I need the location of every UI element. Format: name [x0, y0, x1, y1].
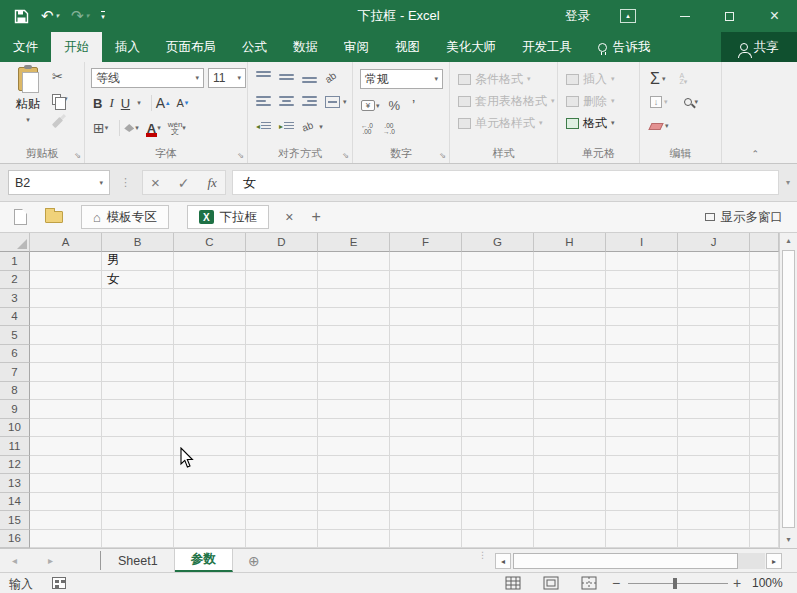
cell-H5[interactable] — [534, 326, 606, 345]
cell-E9[interactable] — [318, 400, 390, 419]
cell-F12[interactable] — [390, 456, 462, 475]
increase-font-size-button[interactable]: A▴ — [156, 95, 170, 111]
cell-F5[interactable] — [390, 326, 462, 345]
cell-I11[interactable] — [606, 437, 678, 456]
cell-G7[interactable] — [462, 363, 534, 382]
ribbon-tab-view[interactable]: 视图 — [382, 32, 433, 62]
cell-C7[interactable] — [174, 363, 246, 382]
document-tab-2[interactable]: X下拉框 — [187, 205, 270, 229]
cell-H14[interactable] — [534, 493, 606, 512]
vertical-scrollbar[interactable]: ▴ ▾ — [779, 233, 797, 548]
select-all-button[interactable] — [0, 233, 30, 252]
cell-D10[interactable] — [246, 419, 318, 438]
sheet-prev-button[interactable]: ◂ — [12, 549, 17, 572]
cell-H16[interactable] — [534, 530, 606, 549]
zoom-out-button[interactable]: − — [612, 575, 620, 591]
alignment-dialog-launcher[interactable]: ⇘ — [342, 152, 349, 160]
autosum-dropdown[interactable]: ▾ — [662, 75, 666, 83]
open-folder-icon[interactable] — [45, 211, 63, 223]
cell-E4[interactable] — [318, 308, 390, 327]
ribbon-tab-insert[interactable]: 插入 — [102, 32, 153, 62]
row-header-12[interactable]: 12 — [0, 456, 30, 475]
row-header-14[interactable]: 14 — [0, 493, 30, 512]
cell-B4[interactable] — [102, 308, 174, 327]
cell-D16[interactable] — [246, 530, 318, 549]
cell-A9[interactable] — [30, 400, 102, 419]
sheet-next-button[interactable]: ▸ — [48, 549, 53, 572]
cell-B6[interactable] — [102, 345, 174, 364]
cell-G1[interactable] — [462, 252, 534, 271]
document-tab-1[interactable]: ⌂模板专区 — [81, 205, 169, 229]
row-header-13[interactable]: 13 — [0, 474, 30, 493]
cell-F15[interactable] — [390, 511, 462, 530]
row-header-8[interactable]: 8 — [0, 382, 30, 401]
close-button[interactable]: × — [752, 0, 797, 32]
bold-button[interactable]: B — [93, 96, 102, 111]
cell-A11[interactable] — [30, 437, 102, 456]
cell-F7[interactable] — [390, 363, 462, 382]
horizontal-scroll-thumb[interactable] — [513, 553, 738, 569]
copy-button[interactable]: ▾ — [52, 91, 68, 107]
cell-G5[interactable] — [462, 326, 534, 345]
zoom-slider-thumb[interactable] — [673, 578, 677, 589]
cell-C8[interactable] — [174, 382, 246, 401]
ribbon-tab-tell-me[interactable]: 告诉我 — [585, 32, 664, 62]
sign-in-button[interactable]: 登录 — [565, 8, 590, 25]
cell-H6[interactable] — [534, 345, 606, 364]
cell-I7[interactable] — [606, 363, 678, 382]
cell-G9[interactable] — [462, 400, 534, 419]
ribbon-tab-home[interactable]: 开始 — [51, 32, 102, 62]
align-top-button[interactable] — [256, 71, 271, 83]
cell-F14[interactable] — [390, 493, 462, 512]
cell-A15[interactable] — [30, 511, 102, 530]
cell-H10[interactable] — [534, 419, 606, 438]
cell-H9[interactable] — [534, 400, 606, 419]
ribbon-display-options-button[interactable]: ▴ — [620, 9, 636, 23]
cell-A1[interactable] — [30, 252, 102, 271]
cell-E15[interactable] — [318, 511, 390, 530]
cell-D9[interactable] — [246, 400, 318, 419]
cell-D5[interactable] — [246, 326, 318, 345]
cell-J10[interactable] — [678, 419, 750, 438]
cell-D8[interactable] — [246, 382, 318, 401]
cut-button[interactable]: ✂ — [52, 68, 68, 84]
cell-G4[interactable] — [462, 308, 534, 327]
row-header-6[interactable]: 6 — [0, 345, 30, 364]
cell-B12[interactable] — [102, 456, 174, 475]
scroll-right-button[interactable]: ▸ — [766, 553, 782, 569]
cell-I2[interactable] — [606, 271, 678, 290]
show-multiple-windows-button[interactable]: 显示多窗口 — [705, 209, 784, 226]
cell-C5[interactable] — [174, 326, 246, 345]
ribbon-tab-file[interactable]: 文件 — [0, 32, 51, 62]
phonetic-guide-button[interactable]: wén 文▾ — [168, 121, 186, 135]
cell-C16[interactable] — [174, 530, 246, 549]
cell-J7[interactable] — [678, 363, 750, 382]
cell-E10[interactable] — [318, 419, 390, 438]
number-dialog-launcher[interactable]: ⇘ — [439, 152, 446, 160]
cell-B16[interactable] — [102, 530, 174, 549]
cell-J16[interactable] — [678, 530, 750, 549]
page-layout-view-button[interactable] — [543, 576, 559, 590]
ribbon-tab-formulas[interactable]: 公式 — [229, 32, 280, 62]
merge-center-icon[interactable] — [325, 96, 340, 108]
cell-F13[interactable] — [390, 474, 462, 493]
row-header-10[interactable]: 10 — [0, 419, 30, 438]
merge-center-dropdown[interactable]: ▾ — [343, 98, 347, 106]
font-color-button[interactable]: A▾ — [146, 121, 161, 136]
cell-I15[interactable] — [606, 511, 678, 530]
column-header-F[interactable]: F — [390, 233, 462, 252]
cell-I12[interactable] — [606, 456, 678, 475]
cell-I6[interactable] — [606, 345, 678, 364]
cell-J11[interactable] — [678, 437, 750, 456]
column-header-J[interactable]: J — [678, 233, 750, 252]
cell-F16[interactable] — [390, 530, 462, 549]
normal-view-button[interactable] — [505, 576, 521, 590]
orientation-button[interactable]: ab — [323, 69, 338, 84]
cell-I8[interactable] — [606, 382, 678, 401]
new-file-icon[interactable] — [14, 209, 27, 225]
scroll-up-icon[interactable]: ▴ — [780, 233, 797, 249]
cell-C13[interactable] — [174, 474, 246, 493]
cell-G13[interactable] — [462, 474, 534, 493]
cell-D11[interactable] — [246, 437, 318, 456]
cell-G8[interactable] — [462, 382, 534, 401]
